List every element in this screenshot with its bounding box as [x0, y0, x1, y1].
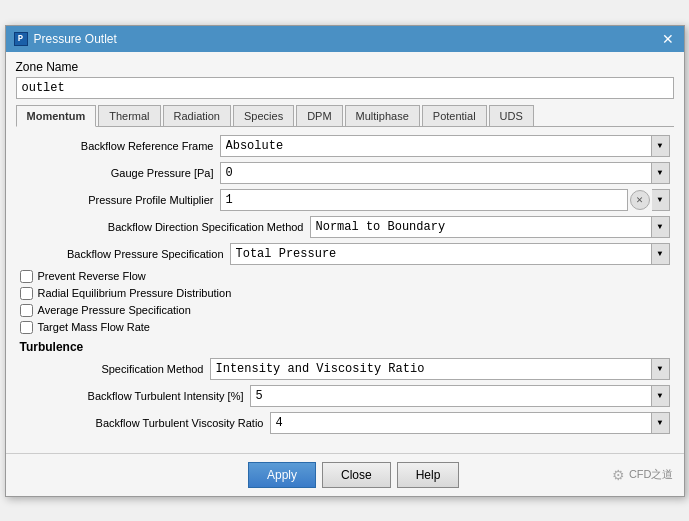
pressure-profile-mult-input[interactable] [220, 189, 628, 211]
title-bar-left: P Pressure Outlet [14, 32, 117, 46]
turbulence-section-title: Turbulence [20, 340, 670, 354]
backflow-pressure-spec-row: Backflow Pressure Specification ▼ [20, 243, 670, 265]
prevent-reverse-flow-checkbox[interactable] [20, 270, 33, 283]
tab-uds[interactable]: UDS [489, 105, 534, 126]
gauge-pressure-dropdown[interactable]: ▼ [652, 162, 670, 184]
brand-area: ⚙ CFD之道 [612, 467, 674, 483]
backflow-ref-frame-label: Backflow Reference Frame [20, 140, 220, 152]
pressure-profile-mult-row: Pressure Profile Multiplier ✕ ▼ [20, 189, 670, 211]
gauge-pressure-wrap: ▼ [220, 162, 670, 184]
tab-potential[interactable]: Potential [422, 105, 487, 126]
target-mass-flow-label: Target Mass Flow Rate [38, 321, 150, 333]
apply-button[interactable]: Apply [248, 462, 316, 488]
close-window-button[interactable]: ✕ [660, 32, 676, 46]
turbulent-intensity-dropdown[interactable]: ▼ [652, 385, 670, 407]
turbulent-intensity-label: Backflow Turbulent Intensity [%] [20, 390, 250, 402]
radial-equilibrium-row: Radial Equilibrium Pressure Distribution [20, 287, 670, 300]
main-window: P Pressure Outlet ✕ Zone Name Momentum T… [5, 25, 685, 497]
help-button[interactable]: Help [397, 462, 460, 488]
brand-icon: ⚙ [612, 467, 625, 483]
turbulent-viscosity-dropdown[interactable]: ▼ [652, 412, 670, 434]
footer-buttons: Apply Close Help [96, 462, 612, 488]
turbulent-intensity-row: Backflow Turbulent Intensity [%] ▼ [20, 385, 670, 407]
turbulent-viscosity-input[interactable] [270, 412, 652, 434]
zone-name-input[interactable] [16, 77, 674, 99]
target-mass-flow-row: Target Mass Flow Rate [20, 321, 670, 334]
backflow-ref-frame-row: Backflow Reference Frame ▼ [20, 135, 670, 157]
spec-method-dropdown[interactable]: ▼ [652, 358, 670, 380]
pressure-profile-mult-wrap: ✕ ▼ [220, 189, 670, 211]
gauge-pressure-label: Gauge Pressure [Pa] [20, 167, 220, 179]
window-icon: P [14, 32, 28, 46]
turbulent-intensity-input[interactable] [250, 385, 652, 407]
target-mass-flow-checkbox[interactable] [20, 321, 33, 334]
pressure-profile-mult-label: Pressure Profile Multiplier [20, 194, 220, 206]
turbulent-viscosity-row: Backflow Turbulent Viscosity Ratio ▼ [20, 412, 670, 434]
backflow-dir-spec-wrap: ▼ [310, 216, 670, 238]
backflow-dir-spec-label: Backflow Direction Specification Method [20, 221, 310, 233]
spec-method-label: Specification Method [20, 363, 210, 375]
momentum-form: Backflow Reference Frame ▼ Gauge Pressur… [16, 135, 674, 434]
pressure-profile-clear-button[interactable]: ✕ [630, 190, 650, 210]
gauge-pressure-input[interactable] [220, 162, 652, 184]
tab-dpm[interactable]: DPM [296, 105, 342, 126]
backflow-dir-spec-row: Backflow Direction Specification Method … [20, 216, 670, 238]
backflow-ref-frame-input[interactable] [220, 135, 652, 157]
zone-name-label: Zone Name [16, 60, 674, 74]
pressure-profile-mult-dropdown[interactable]: ▼ [652, 189, 670, 211]
spec-method-row: Specification Method ▼ [20, 358, 670, 380]
turbulent-viscosity-wrap: ▼ [270, 412, 670, 434]
average-pressure-label: Average Pressure Specification [38, 304, 191, 316]
backflow-pressure-spec-wrap: ▼ [230, 243, 670, 265]
backflow-dir-spec-dropdown[interactable]: ▼ [652, 216, 670, 238]
average-pressure-row: Average Pressure Specification [20, 304, 670, 317]
title-bar: P Pressure Outlet ✕ [6, 26, 684, 52]
gauge-pressure-row: Gauge Pressure [Pa] ▼ [20, 162, 670, 184]
tab-thermal[interactable]: Thermal [98, 105, 160, 126]
backflow-pressure-spec-dropdown[interactable]: ▼ [652, 243, 670, 265]
backflow-pressure-spec-label: Backflow Pressure Specification [20, 248, 230, 260]
tab-species[interactable]: Species [233, 105, 294, 126]
prevent-reverse-flow-label: Prevent Reverse Flow [38, 270, 146, 282]
spec-method-wrap: ▼ [210, 358, 670, 380]
radial-equilibrium-label: Radial Equilibrium Pressure Distribution [38, 287, 232, 299]
radial-equilibrium-checkbox[interactable] [20, 287, 33, 300]
turbulent-viscosity-label: Backflow Turbulent Viscosity Ratio [20, 417, 270, 429]
backflow-dir-spec-input[interactable] [310, 216, 652, 238]
prevent-reverse-flow-row: Prevent Reverse Flow [20, 270, 670, 283]
backflow-ref-frame-wrap: ▼ [220, 135, 670, 157]
tab-radiation[interactable]: Radiation [163, 105, 231, 126]
brand-label: CFD之道 [629, 467, 674, 482]
turbulent-intensity-wrap: ▼ [250, 385, 670, 407]
close-button[interactable]: Close [322, 462, 391, 488]
spec-method-input[interactable] [210, 358, 652, 380]
footer: Apply Close Help ⚙ CFD之道 [6, 453, 684, 496]
backflow-ref-frame-dropdown[interactable]: ▼ [652, 135, 670, 157]
tab-multiphase[interactable]: Multiphase [345, 105, 420, 126]
window-title: Pressure Outlet [34, 32, 117, 46]
backflow-pressure-spec-input[interactable] [230, 243, 652, 265]
average-pressure-checkbox[interactable] [20, 304, 33, 317]
tabs-bar: Momentum Thermal Radiation Species DPM M… [16, 105, 674, 127]
content-area: Zone Name Momentum Thermal Radiation Spe… [6, 52, 684, 447]
tab-momentum[interactable]: Momentum [16, 105, 97, 127]
